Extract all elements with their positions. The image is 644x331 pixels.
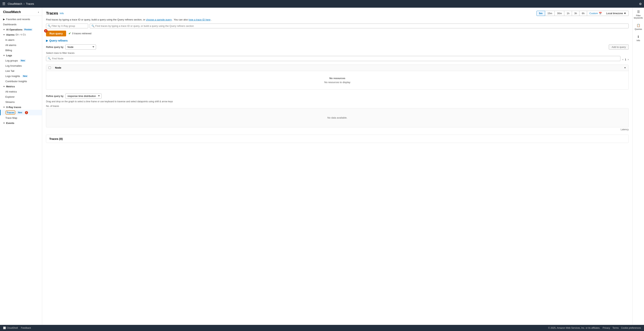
refine-select-response[interactable]: response time distribution Node bbox=[65, 93, 102, 99]
feedback-button[interactable]: Feedback bbox=[21, 327, 31, 329]
sidebar-item-label: Billing bbox=[5, 49, 12, 52]
info-link[interactable]: Info bbox=[60, 12, 64, 15]
time-btn-5m[interactable]: 5m bbox=[536, 11, 545, 16]
sidebar-item-label: Live Tail bbox=[5, 69, 14, 72]
sidebar-item-log-anomalies[interactable]: Log Anomalies bbox=[0, 63, 42, 68]
sidebar-item-traces[interactable]: Traces New 1 bbox=[0, 110, 42, 115]
run-query-label: Run query bbox=[50, 32, 63, 35]
sidebar-item-explorer[interactable]: Explorer bbox=[0, 94, 42, 99]
node-col-label: Node bbox=[55, 66, 622, 69]
right-panel-info[interactable]: ℹ Info bbox=[636, 35, 640, 41]
sidebar-item-favorites[interactable]: ▶ Favorites and recents bbox=[0, 17, 42, 22]
query-search-input[interactable] bbox=[95, 24, 627, 27]
traces-bottom-section: Traces (0) bbox=[46, 135, 629, 143]
description-text: Find traces by typing a trace ID or quer… bbox=[46, 18, 629, 22]
sidebar-item-streams[interactable]: Streams bbox=[0, 99, 42, 105]
query-search-input-wrapper[interactable]: 🔍 bbox=[90, 23, 629, 28]
select-all-checkbox[interactable] bbox=[48, 66, 51, 69]
sidebar-item-label: All metrics bbox=[5, 90, 17, 93]
time-btn-3h[interactable]: 3h bbox=[572, 11, 580, 16]
response-time-chart: No data available. bbox=[46, 108, 629, 127]
dropdown-icon: ▼ bbox=[624, 12, 626, 15]
time-btn-30m[interactable]: 30m bbox=[555, 11, 564, 16]
query-refiners-title: Query refiners bbox=[49, 39, 68, 42]
trace-id-link[interactable]: type a trace ID here bbox=[188, 18, 210, 21]
sidebar-item-label: Contributor Insights bbox=[5, 80, 27, 83]
sidebar-item-logs-insights[interactable]: Logs Insights New bbox=[0, 73, 42, 79]
breadcrumb-current: Traces bbox=[26, 2, 34, 5]
no-resources-area: No resources No resources to display bbox=[46, 71, 628, 89]
sidebar-item-label: All alarms bbox=[5, 44, 16, 46]
time-btn-6h[interactable]: 6h bbox=[580, 11, 587, 16]
node-filter-search[interactable]: 🔍 bbox=[46, 56, 620, 61]
sidebar-item-in-alarm[interactable]: In alarm bbox=[0, 37, 42, 42]
time-btn-timezone[interactable]: Local timezone ▼ bbox=[604, 11, 629, 16]
select-rows-hint: Select rows to filter traces bbox=[46, 51, 629, 54]
right-panel-queries[interactable]: 📋 Queries bbox=[634, 23, 642, 30]
query-refiners-section: ▶ Query refiners Refine query by Node Se… bbox=[46, 39, 629, 143]
sidebar-group-alarms[interactable]: ▼ Alarms ⓪0 ✓0 ①1 bbox=[0, 32, 42, 37]
pagination-next[interactable]: › bbox=[628, 58, 629, 61]
sidebar-badge-number: 1 bbox=[25, 111, 28, 114]
sidebar-item-label: Alarms bbox=[6, 33, 14, 36]
sidebar-item-label: Logs Insights bbox=[5, 75, 20, 78]
topbar: ☰ CloudWatch > Traces ⚙ bbox=[0, 0, 644, 8]
arrow-icon: ▼ bbox=[3, 85, 5, 87]
run-query-row: 2 Run query ✔ 0 traces retrieved bbox=[46, 31, 629, 36]
traces-count: (0) bbox=[59, 137, 63, 140]
sidebar-item-contributor-insights[interactable]: Contributor Insights bbox=[0, 79, 42, 84]
sidebar-group-events[interactable]: ▼ Events bbox=[0, 120, 42, 126]
expand-icon: ▶ bbox=[46, 39, 48, 42]
sidebar-group-xray[interactable]: ▼ X-Ray traces bbox=[0, 105, 42, 110]
terms-link[interactable]: Terms bbox=[612, 327, 619, 329]
traces-bottom-title: Traces (0) bbox=[49, 137, 63, 140]
traces-retrieved-text: 0 traces retrieved bbox=[72, 32, 91, 35]
main-content: Traces Info 5m 15m 30m 1h 3h 6h Custom 📅… bbox=[42, 8, 632, 325]
settings-icon[interactable]: ⚙ bbox=[639, 2, 642, 6]
info-icon: ℹ bbox=[638, 35, 639, 38]
sample-query-link[interactable]: choose a sample query bbox=[146, 18, 172, 21]
time-btn-15m[interactable]: 15m bbox=[545, 11, 555, 16]
cloudshell-button[interactable]: ⬜ CloudShell bbox=[3, 327, 18, 329]
find-node-input[interactable] bbox=[52, 57, 619, 60]
sidebar-item-dashboards[interactable]: Dashboards bbox=[0, 22, 42, 27]
sidebar-group-logs[interactable]: ▼ Logs bbox=[0, 53, 42, 58]
sidebar-group-metrics[interactable]: ▼ Metrics bbox=[0, 84, 42, 89]
time-btn-1h[interactable]: 1h bbox=[564, 11, 572, 16]
filter-xray-input[interactable] bbox=[52, 24, 86, 27]
sidebar-item-billing[interactable]: Billing bbox=[0, 48, 42, 53]
calendar-icon: 📅 bbox=[599, 12, 602, 15]
copyright-text: © 2025, Amazon Web Services, Inc. or its… bbox=[548, 327, 600, 329]
pagination-prev[interactable]: ‹ bbox=[622, 58, 623, 61]
privacy-link[interactable]: Privacy bbox=[602, 327, 610, 329]
refine-label: Refine query by bbox=[46, 45, 64, 48]
run-query-button[interactable]: 2 Run query bbox=[46, 31, 66, 36]
arrow-icon: ▶ bbox=[3, 18, 5, 21]
query-refiners-header[interactable]: ▶ Query refiners bbox=[46, 39, 629, 42]
sidebar-item-label: Metrics bbox=[6, 85, 15, 88]
sidebar-item-all-alarms[interactable]: All alarms bbox=[0, 42, 42, 48]
sidebar-group-ai-operations[interactable]: ▼ AI Operations Preview bbox=[0, 27, 42, 32]
arrow-icon: ▼ bbox=[3, 122, 5, 124]
filter-icon: ☰ bbox=[637, 10, 640, 13]
hamburger-icon[interactable]: ☰ bbox=[2, 2, 5, 6]
sort-icon[interactable]: ▼ bbox=[624, 66, 626, 69]
search-icon: 🔍 bbox=[48, 57, 51, 60]
search-row: 🔍 🔍 bbox=[46, 23, 629, 28]
brand-link[interactable]: CloudWatch bbox=[8, 2, 22, 5]
time-btn-custom[interactable]: Custom 📅 bbox=[587, 11, 604, 16]
refine-select-node[interactable]: Node Service URL bbox=[65, 44, 96, 50]
sidebar-item-all-metrics[interactable]: All metrics bbox=[0, 89, 42, 94]
sidebar-collapse-icon[interactable]: ‹ bbox=[38, 10, 39, 13]
sidebar-item-log-groups[interactable]: Log groups New bbox=[0, 58, 42, 63]
no-resources-title: No resources bbox=[52, 77, 623, 80]
add-to-query-button[interactable]: Add to query bbox=[609, 44, 629, 50]
sidebar-item-live-tail[interactable]: Live Tail bbox=[0, 68, 42, 73]
refine-label-2: Refine query by bbox=[46, 95, 64, 97]
right-panel-filter-keywords[interactable]: ☰ Filter keywords bbox=[633, 10, 644, 19]
arrow-icon: ▼ bbox=[3, 106, 5, 108]
terminal-icon: ⬜ bbox=[3, 327, 6, 329]
sidebar-item-trace-map[interactable]: Trace Map bbox=[0, 115, 42, 120]
cookie-link[interactable]: Cookie preferences bbox=[621, 327, 641, 329]
filter-group-input[interactable]: 🔍 bbox=[46, 23, 88, 28]
